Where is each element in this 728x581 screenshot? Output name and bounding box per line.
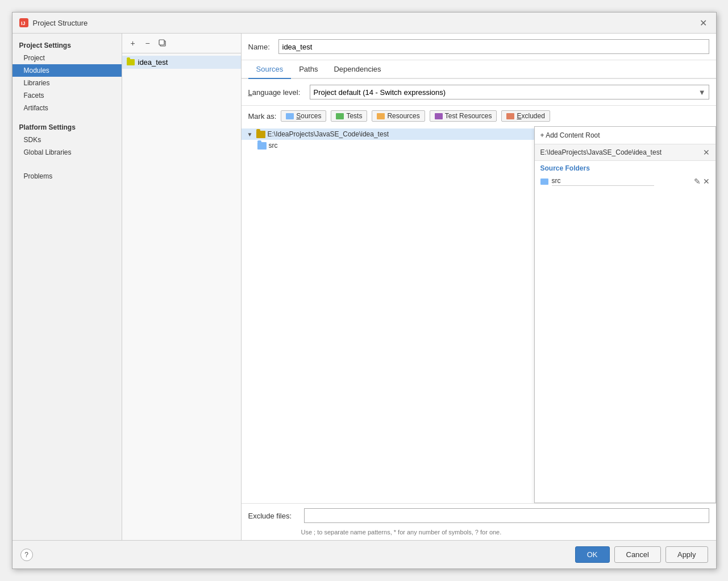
mark-as-excluded-label: Excluded	[517, 112, 544, 120]
language-level-select-wrapper: Project default (14 - Switch expressions…	[310, 85, 709, 99]
popup-source-folders-header: Source Folders	[535, 161, 715, 175]
sidebar-item-facets[interactable]: Facets	[13, 89, 122, 102]
popup-path-text: E:\IdeaProjects\JavaSE_Code\idea_test	[540, 148, 662, 156]
module-folder-icon	[127, 59, 135, 65]
module-list-panel: + − idea_test	[122, 34, 242, 540]
popup-folder-left: src	[540, 177, 654, 186]
add-content-root-label: + Add Content Root	[540, 131, 600, 139]
sources-folder-icon	[286, 113, 294, 119]
popup-panel: + Add Content Root E:\IdeaProjects\JavaS…	[534, 126, 716, 503]
exclude-files-label: Exclude files:	[248, 512, 299, 520]
sidebar-item-modules[interactable]: Modules	[13, 64, 122, 77]
mark-as-tests-label: Tests	[346, 112, 362, 120]
project-structure-dialog: IJ Project Structure ✕ Project Settings …	[12, 12, 717, 569]
mark-as-sources-label: Sources	[296, 112, 321, 120]
popup-delete-button[interactable]: ✕	[703, 177, 710, 186]
svg-rect-3	[159, 40, 164, 45]
sidebar-item-global-libraries[interactable]: Global Libraries	[13, 146, 122, 159]
exclude-files-input[interactable]	[304, 508, 709, 523]
mark-as-resources-button[interactable]: Resources	[372, 110, 425, 122]
sidebar-item-libraries[interactable]: Libraries	[13, 77, 122, 89]
platform-settings-header: Platform Settings	[13, 120, 122, 134]
src-folder-icon	[257, 142, 267, 150]
sidebar-item-project[interactable]: Project	[13, 52, 122, 64]
sidebar-item-sdks[interactable]: SDKs	[13, 134, 122, 146]
language-level-row: Language level: Project default (14 - Sw…	[242, 79, 716, 106]
mark-as-tests-button[interactable]: Tests	[331, 110, 367, 122]
sidebar-separator	[13, 114, 122, 120]
excluded-folder-icon	[506, 113, 514, 119]
popup-header: + Add Content Root	[535, 127, 715, 144]
name-row: Name:	[242, 34, 716, 60]
tests-folder-icon	[336, 113, 344, 119]
action-buttons: OK Cancel Apply	[575, 546, 708, 563]
mark-as-row: Mark as: Sources Tests Resources Test Re…	[242, 106, 716, 126]
tree-item-root[interactable]: ▼ E:\IdeaProjects\JavaSE_Code\idea_test	[242, 128, 534, 140]
resources-folder-icon	[377, 113, 385, 119]
tab-sources[interactable]: Sources	[248, 60, 292, 79]
popup-path-row: E:\IdeaProjects\JavaSE_Code\idea_test ✕	[535, 144, 715, 161]
mark-as-test-resources-button[interactable]: Test Resources	[430, 110, 497, 122]
tree-toggle-icon[interactable]: ▼	[246, 130, 254, 138]
title-bar-left: IJ Project Structure	[19, 18, 88, 27]
module-toolbar: + −	[122, 34, 241, 53]
mark-as-excluded-button[interactable]: Excluded	[501, 110, 550, 122]
remove-module-button[interactable]: −	[142, 37, 154, 49]
tree-item-src[interactable]: src	[253, 140, 534, 151]
popup-sources-folder-icon	[540, 179, 548, 185]
exclude-files-row: Exclude files:	[242, 503, 716, 528]
help-button[interactable]: ?	[20, 549, 33, 561]
tab-dependencies[interactable]: Dependencies	[326, 60, 389, 79]
tab-paths[interactable]: Paths	[291, 60, 326, 79]
sidebar: Project Settings Project Modules Librari…	[13, 34, 122, 540]
add-content-root-button[interactable]: + Add Content Root	[540, 131, 710, 139]
popup-folder-actions: ✎ ✕	[694, 177, 710, 186]
cancel-button[interactable]: Cancel	[614, 546, 661, 563]
language-level-select[interactable]: Project default (14 - Switch expressions…	[310, 85, 709, 99]
svg-text:IJ: IJ	[21, 20, 26, 26]
main-panel: Name: Sources Paths Dependencies Languag…	[242, 34, 716, 540]
close-button[interactable]: ✕	[698, 17, 709, 28]
dialog-title: Project Structure	[33, 19, 88, 27]
module-item-idea-test[interactable]: idea_test	[122, 56, 241, 69]
mark-as-label: Mark as:	[248, 112, 277, 121]
module-list: idea_test	[122, 53, 241, 540]
main-content: Project Settings Project Modules Librari…	[13, 34, 716, 540]
tree-item-root-label: E:\IdeaProjects\JavaSE_Code\idea_test	[268, 130, 389, 138]
ok-button[interactable]: OK	[575, 546, 610, 563]
sidebar-separator-2	[13, 159, 122, 164]
language-level-label: Language level:	[248, 88, 305, 97]
tabs-row: Sources Paths Dependencies	[242, 60, 716, 79]
sidebar-item-problems[interactable]: Problems	[13, 170, 122, 182]
bottom-bar: ? OK Cancel Apply	[13, 540, 716, 568]
apply-button[interactable]: Apply	[665, 546, 708, 563]
popup-folder-row: src ✎ ✕	[535, 175, 715, 188]
sidebar-spacer	[13, 164, 122, 170]
name-label: Name:	[248, 43, 274, 51]
sidebar-item-artifacts[interactable]: Artifacts	[13, 102, 122, 114]
tree-panel: ▼ E:\IdeaProjects\JavaSE_Code\idea_test …	[242, 126, 534, 503]
module-item-label: idea_test	[138, 58, 168, 67]
project-settings-header: Project Settings	[13, 38, 122, 52]
test-resources-folder-icon	[435, 113, 443, 119]
content-area: ▼ E:\IdeaProjects\JavaSE_Code\idea_test …	[242, 126, 716, 503]
tree-item-src-label: src	[269, 142, 278, 150]
popup-edit-button[interactable]: ✎	[694, 177, 701, 186]
popup-close-button[interactable]: ✕	[703, 148, 710, 157]
popup-folder-name: src	[552, 177, 654, 186]
mark-as-sources-button[interactable]: Sources	[281, 110, 326, 122]
root-folder-icon	[256, 131, 265, 138]
mark-as-resources-label: Resources	[387, 112, 419, 120]
title-bar: IJ Project Structure ✕	[13, 13, 716, 34]
app-icon: IJ	[19, 18, 28, 27]
mark-as-test-resources-label: Test Resources	[445, 112, 492, 120]
exclude-files-hint: Use ; to separate name patterns, * for a…	[242, 528, 716, 540]
add-module-button[interactable]: +	[127, 37, 139, 49]
copy-module-button[interactable]	[156, 37, 169, 49]
name-input[interactable]	[278, 39, 709, 54]
